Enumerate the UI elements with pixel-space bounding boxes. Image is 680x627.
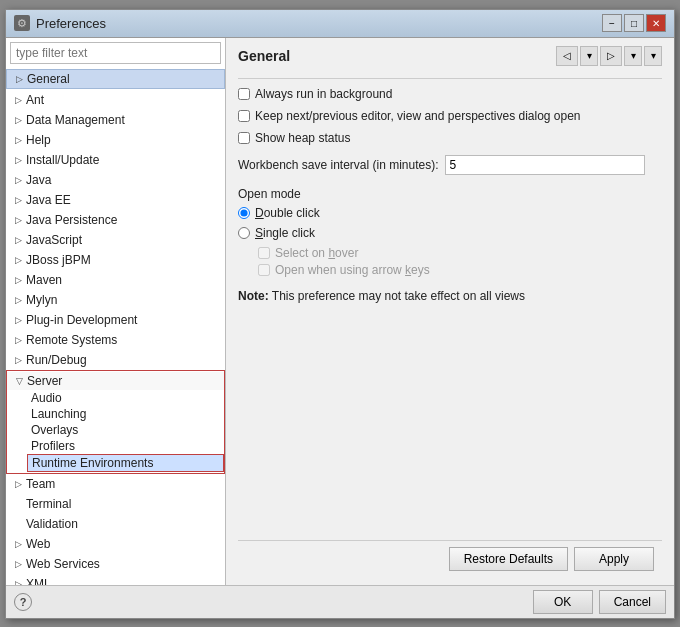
expand-icon: ▷ [10, 352, 26, 368]
sidebar-item-help[interactable]: ▷ Help [6, 130, 225, 150]
always-run-checkbox[interactable] [238, 88, 250, 100]
select-on-hover-checkbox [258, 247, 270, 259]
help-button[interactable]: ? [14, 593, 32, 611]
expand-icon: ▷ [10, 476, 26, 492]
sidebar-label-web-services: Web Services [26, 557, 100, 571]
sidebar-label-data-management: Data Management [26, 113, 125, 127]
sidebar-item-validation[interactable]: ▷ Validation [6, 514, 225, 534]
sidebar-label-help: Help [26, 133, 51, 147]
sidebar-item-remote-systems[interactable]: ▷ Remote Systems [6, 330, 225, 350]
sidebar-item-data-management[interactable]: ▷ Data Management [6, 110, 225, 130]
open-mode-label: Open mode [238, 187, 662, 201]
back-dropdown-button[interactable]: ▾ [580, 46, 598, 66]
panel-title: General [238, 48, 290, 64]
main-content: ▷ General ▷ Ant ▷ Data Management [6, 38, 674, 585]
restore-button[interactable]: □ [624, 14, 644, 32]
keep-next-checkbox[interactable] [238, 110, 250, 122]
sidebar-label-xml: XML [26, 577, 51, 585]
keep-next-label: Keep next/previous editor, view and pers… [255, 109, 581, 123]
close-button[interactable]: ✕ [646, 14, 666, 32]
sidebar-item-java-persistence[interactable]: ▷ Java Persistence [6, 210, 225, 230]
expand-icon: ▷ [10, 232, 26, 248]
expand-icon: ▷ [10, 312, 26, 328]
sidebar: ▷ General ▷ Ant ▷ Data Management [6, 38, 226, 585]
sidebar-item-java-ee[interactable]: ▷ Java EE [6, 190, 225, 210]
expand-icon: ▷ [10, 192, 26, 208]
sidebar-label-install-update: Install/Update [26, 153, 99, 167]
sidebar-label-terminal: Terminal [26, 497, 71, 511]
sidebar-item-javascript[interactable]: ▷ JavaScript [6, 230, 225, 250]
workbench-interval-input[interactable] [445, 155, 645, 175]
minimize-button[interactable]: − [602, 14, 622, 32]
cancel-button[interactable]: Cancel [599, 590, 666, 614]
sidebar-item-jboss-jbpm[interactable]: ▷ JBoss jBPM [6, 250, 225, 270]
sidebar-label-team: Team [26, 477, 55, 491]
show-heap-checkbox[interactable] [238, 132, 250, 144]
sidebar-label-plugin-development: Plug-in Development [26, 313, 137, 327]
panel-header: General ◁ ▾ ▷ ▾ ▾ [238, 46, 662, 66]
sidebar-item-launching[interactable]: Launching [27, 406, 224, 422]
sidebar-item-plugin-development[interactable]: ▷ Plug-in Development [6, 310, 225, 330]
expand-icon: ▷ [10, 536, 26, 552]
apply-button[interactable]: Apply [574, 547, 654, 571]
expand-icon: ▷ [10, 332, 26, 348]
expand-icon: ▷ [10, 292, 26, 308]
sidebar-label-mylyn: Mylyn [26, 293, 57, 307]
sidebar-item-web[interactable]: ▷ Web [6, 534, 225, 554]
expand-icon: ▷ [10, 212, 26, 228]
sidebar-item-maven[interactable]: ▷ Maven [6, 270, 225, 290]
sidebar-item-ant[interactable]: ▷ Ant [6, 90, 225, 110]
sidebar-item-web-services[interactable]: ▷ Web Services [6, 554, 225, 574]
sidebar-item-run-debug[interactable]: ▷ Run/Debug [6, 350, 225, 370]
sidebar-item-server[interactable]: ▽ Server Audio Launching Overlays Profil… [6, 370, 225, 474]
sidebar-label-jboss-jbpm: JBoss jBPM [26, 253, 91, 267]
title-bar-controls: − □ ✕ [602, 14, 666, 32]
bottom-buttons: Restore Defaults Apply [238, 540, 662, 577]
gear-icon: ⚙ [17, 17, 27, 30]
sidebar-item-team[interactable]: ▷ Team [6, 474, 225, 494]
expand-icon: ▷ [10, 576, 26, 585]
forward-dropdown-button[interactable]: ▾ [624, 46, 642, 66]
forward-button[interactable]: ▷ [600, 46, 622, 66]
sidebar-item-profilers[interactable]: Profilers [27, 438, 224, 454]
expand-icon: ▷ [10, 252, 26, 268]
restore-defaults-button[interactable]: Restore Defaults [449, 547, 568, 571]
expand-icon: ▷ [10, 112, 26, 128]
window-icon: ⚙ [14, 15, 30, 31]
sidebar-label-java-ee: Java EE [26, 193, 71, 207]
workbench-row: Workbench save interval (in minutes): [238, 155, 662, 175]
sidebar-item-xml[interactable]: ▷ XML [6, 574, 225, 585]
sidebar-item-mylyn[interactable]: ▷ Mylyn [6, 290, 225, 310]
single-click-row: Single click [238, 226, 662, 240]
sidebar-item-general[interactable]: ▷ General [6, 68, 225, 90]
footer-bar: ? OK Cancel [6, 585, 674, 618]
expand-icon: ▷ [10, 556, 26, 572]
single-click-radio[interactable] [238, 227, 250, 239]
sidebar-label-remote-systems: Remote Systems [26, 333, 117, 347]
expand-icon: ▷ [10, 272, 26, 288]
sidebar-item-terminal[interactable]: ▷ Terminal [6, 494, 225, 514]
sidebar-label-general: General [27, 72, 70, 86]
sidebar-item-audio[interactable]: Audio [27, 390, 224, 406]
open-arrow-keys-checkbox [258, 264, 270, 276]
sidebar-label-java: Java [26, 173, 51, 187]
expand-icon: ▷ [10, 152, 26, 168]
sidebar-label-validation: Validation [26, 517, 78, 531]
sidebar-item-overlays[interactable]: Overlays [27, 422, 224, 438]
menu-dropdown-button[interactable]: ▾ [644, 46, 662, 66]
sidebar-item-runtime-environments[interactable]: Runtime Environments [27, 454, 224, 472]
ok-button[interactable]: OK [533, 590, 593, 614]
workbench-label: Workbench save interval (in minutes): [238, 158, 439, 172]
footer-right: OK Cancel [533, 590, 666, 614]
sidebar-item-install-update[interactable]: ▷ Install/Update [6, 150, 225, 170]
always-run-label: Always run in background [255, 87, 392, 101]
tree-container: ▷ General ▷ Ant ▷ Data Management [6, 68, 225, 585]
single-click-label: Single click [255, 226, 315, 240]
server-children: Audio Launching Overlays Profilers Runti… [7, 390, 224, 472]
back-button[interactable]: ◁ [556, 46, 578, 66]
sidebar-item-java[interactable]: ▷ Java [6, 170, 225, 190]
filter-input[interactable] [10, 42, 221, 64]
panel-nav: ◁ ▾ ▷ ▾ ▾ [556, 46, 662, 66]
double-click-radio[interactable] [238, 207, 250, 219]
double-click-row: Double click [238, 206, 662, 220]
